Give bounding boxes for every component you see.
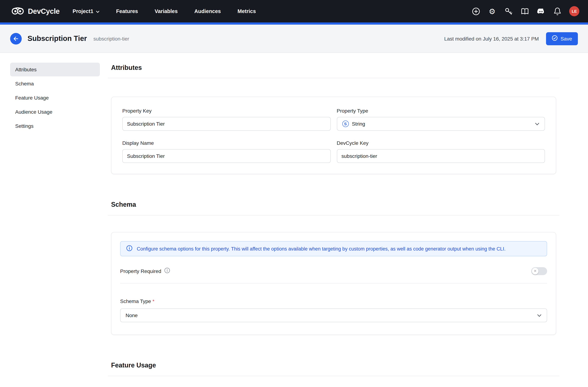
- schema-section-header: Schema: [108, 198, 559, 215]
- navbar-actions: ⚙: [471, 6, 579, 16]
- back-button[interactable]: [10, 33, 22, 44]
- app-window: DevCycle Project1 Features Variables Aud…: [0, 0, 588, 387]
- top-navbar: DevCycle Project1 Features Variables Aud…: [0, 0, 588, 22]
- toggle-off-x-icon: ✕: [532, 268, 538, 274]
- nav-item-variables[interactable]: Variables: [155, 8, 178, 14]
- display-name-label: Display Name: [122, 140, 331, 146]
- sidebar-item-schema[interactable]: Schema: [10, 77, 100, 90]
- chevron-down-icon: [537, 314, 542, 317]
- property-key-field: Property Key: [122, 108, 331, 131]
- schema-section-title: Schema: [111, 201, 559, 209]
- last-modified-text: Last modified on July 16, 2025 at 3:17 P…: [444, 36, 539, 42]
- section-sidebar: Attributes Schema Feature Usage Audience…: [10, 63, 100, 376]
- schema-type-field: Schema Type* None: [120, 298, 547, 322]
- display-name-field: Display Name: [122, 140, 331, 163]
- property-key-label: Property Key: [122, 108, 331, 114]
- schema-info-text: Configure schema options for this proper…: [137, 246, 505, 251]
- string-type-icon: S: [342, 121, 349, 127]
- nav-item-features[interactable]: Features: [116, 8, 138, 14]
- property-required-info-icon[interactable]: [164, 268, 170, 275]
- accent-bar: [0, 22, 588, 25]
- attributes-section-title: Attributes: [111, 64, 559, 72]
- brand-name: DevCycle: [28, 7, 60, 15]
- page-header: Subscription Tier subscription-tier Last…: [0, 25, 588, 53]
- page-title: Subscription Tier: [27, 34, 87, 43]
- property-type-label: Property Type: [337, 108, 545, 114]
- feature-usage-section-title: Feature Usage: [111, 362, 559, 369]
- attributes-card: Property Key Property Type S String: [111, 97, 556, 174]
- required-marker: *: [152, 298, 154, 304]
- devcycle-key-field: DevCycle Key: [337, 140, 545, 163]
- sidebar-item-attributes[interactable]: Attributes: [10, 63, 100, 76]
- property-required-toggle[interactable]: ✕: [531, 267, 547, 275]
- nav-item-audiences[interactable]: Audiences: [194, 8, 221, 14]
- bell-icon[interactable]: [553, 7, 562, 16]
- attributes-section-header: Attributes: [108, 63, 559, 78]
- nav-item-project[interactable]: Project1: [73, 8, 99, 14]
- chevron-down-icon: [535, 122, 540, 126]
- schema-info-banner: Configure schema options for this proper…: [120, 241, 547, 256]
- gear-icon[interactable]: ⚙: [488, 7, 496, 16]
- devcycle-key-input[interactable]: [337, 149, 545, 163]
- discord-icon[interactable]: [537, 7, 545, 16]
- display-name-input[interactable]: [122, 149, 331, 163]
- devcycle-key-label: DevCycle Key: [337, 140, 545, 146]
- check-circle-icon: [552, 35, 558, 42]
- nav-item-metrics[interactable]: Metrics: [238, 8, 256, 14]
- sidebar-item-feature-usage[interactable]: Feature Usage: [10, 91, 100, 105]
- schema-type-value: None: [126, 312, 138, 318]
- property-required-label: Property Required: [120, 268, 161, 274]
- property-type-field: Property Type S String: [337, 108, 545, 131]
- header-actions: Last modified on July 16, 2025 at 3:17 P…: [444, 32, 578, 45]
- sidebar-item-settings[interactable]: Settings: [10, 119, 100, 133]
- user-avatar[interactable]: LE: [569, 6, 579, 16]
- property-type-value: String: [352, 121, 365, 127]
- chevron-down-icon: [96, 8, 100, 14]
- devcycle-logo-icon: [11, 6, 25, 17]
- schema-card: Configure schema options for this proper…: [111, 232, 556, 335]
- property-required-row: Property Required ✕: [120, 267, 547, 283]
- feature-usage-section-header: Feature Usage: [108, 359, 559, 376]
- schema-type-label: Schema Type: [120, 298, 151, 304]
- book-icon[interactable]: [520, 7, 529, 16]
- main-nav: Project1 Features Variables Audiences Me…: [73, 8, 256, 14]
- key-icon[interactable]: [504, 7, 513, 16]
- page-subtitle: subscription-tier: [93, 36, 129, 42]
- info-icon: [126, 245, 132, 253]
- property-type-select[interactable]: S String: [337, 117, 545, 131]
- sidebar-item-audience-usage[interactable]: Audience Usage: [10, 105, 100, 119]
- page-body: Attributes Schema Feature Usage Audience…: [0, 53, 588, 376]
- schema-type-select[interactable]: None: [120, 308, 547, 322]
- property-key-input[interactable]: [122, 117, 331, 131]
- main-panel: Attributes Property Key Property Type S …: [108, 63, 559, 376]
- plus-circle-icon[interactable]: [471, 7, 480, 16]
- devcycle-logo[interactable]: DevCycle: [11, 6, 60, 17]
- save-button[interactable]: Save: [546, 32, 578, 45]
